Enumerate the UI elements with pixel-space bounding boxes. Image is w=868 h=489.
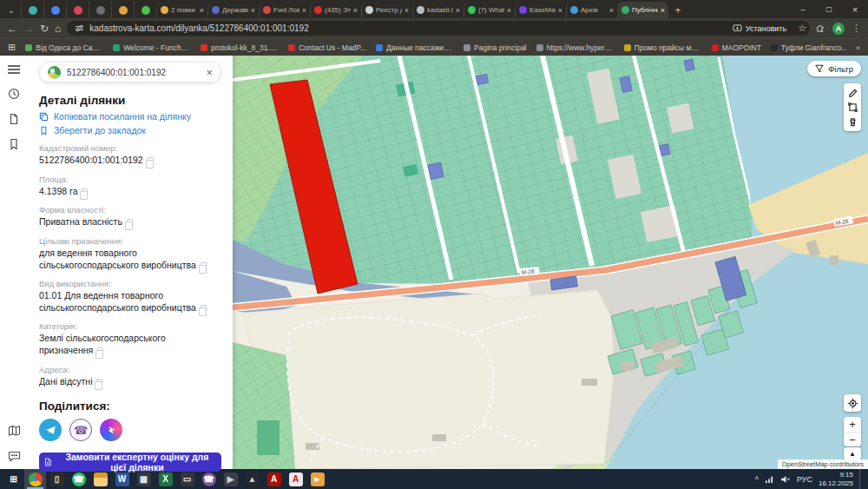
- search-input[interactable]: 5122786400:01:001:0192 ×: [39, 62, 221, 83]
- pinned-tab[interactable]: [134, 2, 156, 18]
- network-icon[interactable]: [765, 475, 774, 484]
- messenger-share-icon[interactable]: [100, 419, 122, 441]
- browser-tab[interactable]: Реєстр доку ×: [361, 2, 412, 18]
- telegram-share-icon[interactable]: [39, 419, 62, 441]
- copy-icon[interactable]: [148, 157, 154, 164]
- reload-icon[interactable]: ↻: [40, 23, 49, 34]
- zoom-out-button[interactable]: −: [844, 432, 861, 446]
- apps-grid-icon[interactable]: ⊞: [8, 42, 16, 53]
- tab-close-icon[interactable]: ×: [456, 6, 460, 15]
- forward-icon[interactable]: →: [23, 23, 34, 34]
- tab-close-icon[interactable]: ×: [609, 6, 614, 15]
- copy-icon[interactable]: [127, 219, 133, 226]
- minimize-button[interactable]: –: [790, 0, 816, 18]
- bookmark-item[interactable]: protokol-kk_8_31.08...: [201, 43, 279, 52]
- browser-tab[interactable]: kadastr.live ×: [412, 2, 464, 18]
- pinned-tab[interactable]: [43, 2, 66, 18]
- profile-avatar[interactable]: A: [832, 23, 845, 35]
- chat-icon[interactable]: [8, 450, 21, 462]
- browser-tab[interactable]: (7) WhatsAp ×: [464, 2, 515, 18]
- taskbar-app[interactable]: ●: [24, 469, 46, 489]
- home-icon[interactable]: ⌂: [55, 23, 61, 34]
- history-icon[interactable]: [8, 88, 20, 100]
- document-icon[interactable]: [8, 113, 20, 125]
- bookmark-item[interactable]: Від Одеса до Санто...: [25, 43, 103, 52]
- language-indicator[interactable]: РУС: [797, 475, 812, 484]
- show-desktop-button[interactable]: [859, 469, 863, 489]
- bookmark-item[interactable]: Contact Us - MadP...: [288, 43, 366, 52]
- install-app-button[interactable]: Установить: [727, 23, 792, 34]
- browser-menu-icon[interactable]: ⋮: [852, 23, 861, 34]
- tab-close-icon[interactable]: ×: [558, 6, 562, 15]
- bookmark-item[interactable]: Данные пассажиро...: [376, 43, 454, 52]
- close-button[interactable]: ×: [842, 0, 868, 18]
- tray-expand-icon[interactable]: ^: [755, 475, 759, 484]
- clock[interactable]: 9:15 16.12.2025: [819, 471, 853, 487]
- tab-close-icon[interactable]: ×: [302, 6, 306, 15]
- tab-close-icon[interactable]: ×: [251, 6, 255, 15]
- browser-tab[interactable]: EaseMate A ×: [515, 2, 566, 18]
- taskbar-app[interactable]: A: [285, 469, 306, 489]
- tab-close-icon[interactable]: ×: [200, 6, 204, 15]
- back-icon[interactable]: ←: [7, 23, 17, 34]
- select-area-button[interactable]: [844, 100, 861, 115]
- north-button[interactable]: ▲: [844, 447, 861, 460]
- browser-tab[interactable]: (435) Эту му ×: [310, 2, 361, 18]
- tab-close-icon[interactable]: ×: [404, 6, 409, 15]
- locate-me-button[interactable]: [844, 394, 861, 412]
- clear-search-icon[interactable]: ×: [206, 67, 213, 78]
- taskbar-app[interactable]: A: [263, 469, 285, 489]
- taskbar-app[interactable]: ▲: [241, 469, 263, 489]
- map-layers-icon[interactable]: [8, 425, 21, 437]
- copy-icon[interactable]: [201, 305, 207, 312]
- map-canvas[interactable]: М-28 М-28: [233, 56, 868, 469]
- pinned-tab[interactable]: [111, 2, 134, 18]
- filter-button[interactable]: Фільтр: [807, 61, 861, 76]
- volume-muted-icon[interactable]: [780, 475, 791, 484]
- url-text[interactable]: kadastrova-karta.com/dilyanka/5122786400…: [89, 23, 721, 33]
- bookmark-item[interactable]: https://www.hyperre...: [536, 43, 615, 52]
- browser-tab[interactable]: Публічна ка ×: [617, 2, 668, 18]
- viber-share-icon[interactable]: ☎: [69, 419, 92, 441]
- bookmark-item[interactable]: Туфли Gianfranco B...: [771, 43, 846, 52]
- address-bar[interactable]: kadastrova-karta.com/dilyanka/5122786400…: [67, 21, 810, 36]
- pinned-tab[interactable]: [21, 2, 43, 18]
- tab-close-icon[interactable]: ×: [661, 6, 665, 15]
- tab-search-icon[interactable]: ⌄: [2, 2, 21, 18]
- zoom-in-button[interactable]: +: [844, 417, 861, 432]
- save-bookmark-action[interactable]: Зберегти до закладок: [39, 125, 221, 135]
- extensions-icon[interactable]: [816, 23, 825, 33]
- bookmark-star-icon[interactable]: ☆: [798, 23, 806, 34]
- pinned-tab[interactable]: [89, 2, 111, 18]
- bookmarks-icon[interactable]: [8, 138, 20, 150]
- bookmark-item[interactable]: MAOPOINT: [712, 43, 761, 52]
- map-container[interactable]: М-28 М-28 Фільтр: [233, 56, 868, 469]
- menu-icon[interactable]: [7, 64, 21, 75]
- browser-tab[interactable]: 2 повки 2 н ×: [156, 2, 207, 18]
- browser-tab[interactable]: Архів ×: [566, 2, 617, 18]
- bookmark-item[interactable]: Pagina principal: [464, 43, 526, 52]
- maximize-button[interactable]: ▢: [816, 0, 842, 18]
- site-info-icon[interactable]: [75, 23, 84, 33]
- search-value[interactable]: 5122786400:01:001:0192: [67, 68, 166, 77]
- delete-tool-button[interactable]: [844, 115, 861, 129]
- draw-tool-button[interactable]: [844, 85, 861, 100]
- browser-tab[interactable]: Fwd Ловенс ×: [259, 2, 310, 18]
- taskbar-app[interactable]: ►: [306, 469, 328, 489]
- pinned-tab[interactable]: [66, 2, 89, 18]
- new-tab-button[interactable]: +: [668, 2, 687, 18]
- bookmark-item[interactable]: Welcome - Funchal...: [113, 43, 191, 52]
- copy-icon[interactable]: [96, 379, 102, 386]
- browser-tab[interactable]: Державна ×: [207, 2, 259, 18]
- bookmarks-overflow-icon[interactable]: »: [856, 43, 860, 52]
- bookmark-item[interactable]: Промо прайсы ман...: [624, 43, 702, 52]
- taskbar-app[interactable]: ⊞: [3, 469, 24, 489]
- copy-link-action[interactable]: Копіювати посилання на ділянку: [39, 111, 221, 122]
- copy-icon[interactable]: [201, 262, 207, 269]
- tab-close-icon[interactable]: ×: [507, 6, 511, 15]
- copy-icon[interactable]: [82, 188, 88, 195]
- order-valuation-button[interactable]: Замовити експертну оцінку для цієї ділян…: [39, 453, 221, 472]
- tab-close-icon[interactable]: ×: [353, 6, 358, 15]
- copy-icon[interactable]: [97, 347, 103, 354]
- taskbar-app[interactable]: ▶: [220, 469, 241, 489]
